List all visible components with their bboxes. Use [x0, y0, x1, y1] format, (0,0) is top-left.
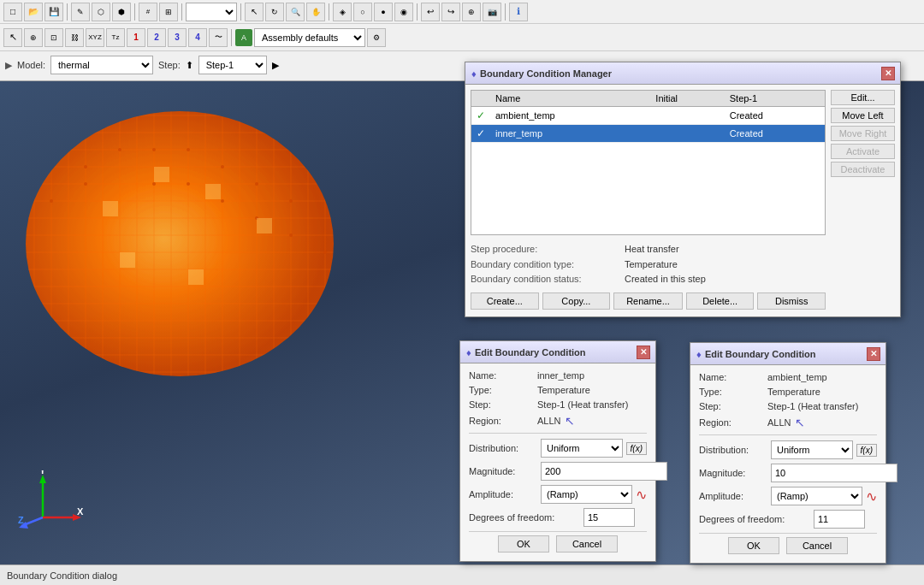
activate-button[interactable]: Activate — [831, 144, 895, 159]
svg-point-36 — [50, 165, 53, 168]
svg-point-48 — [221, 199, 224, 203]
t4-icon[interactable]: 4 — [188, 28, 207, 47]
step-expand[interactable]: ▶ — [272, 60, 279, 71]
circle-icon[interactable]: ○ — [353, 3, 372, 21]
arrow-icon[interactable]: ↖ — [3, 28, 22, 47]
save-icon[interactable]: 💾 — [44, 3, 63, 21]
sep5 — [329, 3, 329, 21]
transform-icon[interactable]: Tz — [106, 28, 125, 47]
curve-icon[interactable]: 〜 — [209, 28, 228, 47]
undo-icon[interactable]: ↩ — [421, 3, 440, 21]
ebc-right-region-value: ALLN — [767, 417, 791, 428]
bc-type-value: Temperature — [625, 257, 678, 273]
select-icon[interactable]: ↖ — [245, 3, 264, 21]
t3-icon[interactable]: 3 — [168, 28, 187, 47]
bcm-table-container: Name Initial Step-1 ✓ ambient_temp Creat… — [471, 90, 826, 235]
bcm-sidebar: Edit... Move Left Move Right Activate De… — [831, 90, 895, 311]
model-select[interactable]: thermal — [50, 56, 153, 74]
coords-icon[interactable]: XYZ — [86, 28, 104, 47]
ebc-right-region: ALLN ↖ — [767, 416, 805, 429]
ebc-left-title-bar[interactable]: ⬧ Edit Boundary Condition ✕ — [460, 341, 655, 363]
move-left-button[interactable]: Move Left — [831, 108, 895, 123]
redo-icon[interactable]: ↪ — [441, 3, 460, 21]
bookmark-icon[interactable]: ⊕ — [462, 3, 481, 21]
ebc-right-title-bar[interactable]: ⬧ Edit Boundary Condition ✕ — [690, 343, 886, 365]
t2-icon[interactable]: 2 — [147, 28, 166, 47]
ebc-right-ok-button[interactable]: OK — [728, 537, 779, 554]
view3d-icon[interactable]: ◈ — [333, 3, 352, 21]
zoom-icon[interactable]: 🔍 — [286, 3, 305, 21]
sketch-icon[interactable]: ✎ — [71, 3, 90, 21]
deactivate-button[interactable]: Deactivate — [831, 162, 895, 177]
ebc-right-buttons: OK Cancel — [699, 533, 877, 556]
expand-arrow[interactable]: ▶ — [5, 60, 12, 71]
ebc-left-cancel-button[interactable]: Cancel — [556, 535, 618, 552]
grid-icon[interactable]: ⊞ — [159, 3, 178, 21]
mode-dropdown[interactable]: All — [186, 3, 237, 21]
row2-name: inner_temp — [490, 125, 650, 143]
ebc-left-fx-button[interactable]: f(x) — [626, 442, 647, 455]
table-row[interactable]: ✓ ambient_temp Created — [471, 107, 825, 125]
svg-point-44 — [50, 199, 53, 203]
model-label: Model: — [17, 60, 45, 70]
edit-button[interactable]: Edit... — [831, 90, 895, 105]
ebc-right-region-label: Region: — [699, 417, 767, 428]
ebc-left-dist-select[interactable]: Uniform — [541, 439, 623, 458]
ebc-left-cursor-icon: ↖ — [565, 414, 575, 428]
dismiss-button[interactable]: Dismiss — [757, 292, 826, 310]
open-icon[interactable]: 📂 — [24, 3, 43, 21]
ebc-right-mag-input[interactable] — [771, 464, 897, 482]
rotate-icon[interactable]: ↻ — [265, 3, 284, 21]
ebc-right-dof-input[interactable] — [814, 510, 865, 529]
delete-button[interactable]: Delete... — [686, 292, 755, 310]
table-row[interactable]: ✓ inner_temp Created — [471, 125, 825, 143]
step-select[interactable]: Step-1 — [198, 56, 267, 74]
part-icon[interactable]: ⬡ — [92, 3, 110, 21]
col-check — [471, 91, 490, 107]
sep7 — [505, 3, 506, 21]
assembly-select[interactable]: Assembly defaults — [254, 28, 365, 47]
svg-rect-54 — [205, 184, 221, 199]
ebc-left-amp-select[interactable]: (Ramp) — [541, 485, 632, 504]
move-right-button[interactable]: Move Right — [831, 126, 895, 141]
step-up-down[interactable]: ⬆ — [186, 60, 193, 71]
svg-point-1 — [26, 111, 334, 376]
chain-icon[interactable]: ⛓ — [65, 28, 84, 47]
ebc-left-close-button[interactable]: ✕ — [637, 346, 650, 359]
svg-point-50 — [289, 233, 293, 237]
ebc-left-mag-input[interactable] — [541, 462, 667, 481]
ebc-right-amp-select[interactable]: (Ramp) — [771, 487, 862, 505]
svg-text:Z: Z — [18, 515, 24, 525]
ebc-right-close-button[interactable]: ✕ — [867, 347, 880, 361]
select2-icon[interactable]: ⊡ — [44, 28, 63, 47]
ebc-right-fx-button[interactable]: f(x) — [856, 444, 877, 457]
ebc-right-title-text: ⬧ Edit Boundary Condition — [696, 348, 816, 360]
rename-button[interactable]: Rename... — [613, 292, 683, 310]
shaded-icon[interactable]: ◉ — [394, 3, 413, 21]
svg-point-41 — [221, 165, 224, 168]
copy-button[interactable]: Copy... — [542, 292, 611, 310]
ebc-left-buttons: OK Cancel — [469, 531, 647, 554]
bcm-close-button[interactable]: ✕ — [881, 67, 895, 80]
crosshair-icon[interactable]: ⊕ — [24, 28, 43, 47]
ebc-left-ok-button[interactable]: OK — [498, 535, 549, 552]
assembly-settings-icon[interactable]: ⚙ — [367, 28, 386, 47]
bcm-title-bar[interactable]: ⬧ Boundary Condition Manager ✕ — [465, 62, 900, 85]
pan-icon[interactable]: ✋ — [306, 3, 325, 21]
step-label: Step: — [158, 60, 181, 70]
sphere-icon[interactable]: ● — [374, 3, 393, 21]
ebc-right-mag-row: Magnitude: — [699, 464, 877, 482]
new-icon[interactable]: □ — [3, 3, 22, 21]
info-icon[interactable]: ℹ — [509, 3, 528, 21]
ebc-right-cancel-button[interactable]: Cancel — [786, 537, 848, 554]
assembly-icon[interactable]: ⬢ — [112, 3, 131, 21]
ebc-right-dist-select[interactable]: Uniform — [771, 440, 853, 459]
create-button[interactable]: Create... — [471, 292, 539, 310]
ebc-right-mag-label: Magnitude: — [699, 468, 767, 478]
mesh-icon[interactable]: # — [139, 3, 157, 21]
camera-icon[interactable]: 📷 — [483, 3, 501, 21]
t1-icon[interactable]: 1 — [127, 28, 145, 47]
ebc-left-dof-input[interactable] — [583, 508, 635, 527]
svg-point-43 — [289, 199, 293, 203]
svg-point-39 — [152, 148, 156, 151]
